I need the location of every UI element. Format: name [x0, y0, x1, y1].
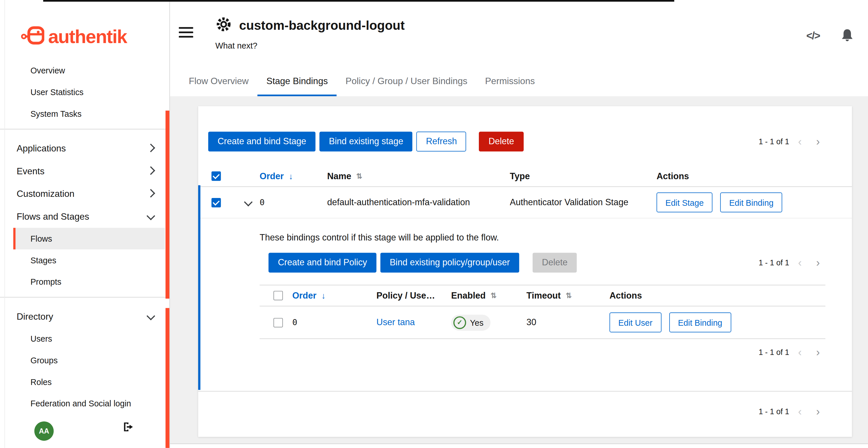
refresh-button[interactable]: Refresh	[416, 132, 466, 151]
sidebar-item-flows[interactable]: Flows	[13, 228, 165, 249]
row-checkbox[interactable]	[212, 198, 221, 207]
tab-stage-bindings[interactable]: Stage Bindings	[257, 67, 337, 96]
check-icon: ✓	[454, 316, 466, 329]
sidebar-group-flows-and-stages[interactable]: Flows and Stages	[0, 205, 169, 228]
page-subtitle: What next?	[215, 41, 404, 50]
authentik-logo[interactable]: authentik	[21, 21, 169, 52]
column-label: Type	[510, 171, 530, 181]
sidebar-item-label: System Tasks	[30, 109, 81, 118]
pagination-prev-button[interactable]: ‹	[793, 406, 807, 417]
edit-stage-button[interactable]: Edit Stage	[656, 193, 713, 212]
logout-button[interactable]	[122, 421, 134, 434]
api-drawer-button[interactable]: </>	[806, 30, 820, 42]
column-label: Timeout	[527, 290, 561, 300]
sidebar-item-user-statistics[interactable]: User Statistics	[0, 81, 169, 103]
sidebar-item-groups[interactable]: Groups	[0, 349, 169, 371]
sort-icon[interactable]: ⇅	[491, 291, 497, 300]
column-header-actions: Actions	[610, 290, 826, 300]
sidebar-item-label: Groups	[30, 355, 58, 365]
column-header-order[interactable]: Order ↓	[292, 290, 376, 300]
column-label: Enabled	[451, 290, 486, 300]
sort-icon[interactable]: ⇅	[566, 291, 572, 300]
pagination-prev-button[interactable]: ‹	[793, 257, 807, 268]
avatar[interactable]: AA	[34, 421, 54, 441]
cell-actions: Edit User Edit Binding	[610, 312, 826, 333]
cell-type: Authenticator Validation Stage	[510, 197, 656, 207]
sidebar-scrollbar-top[interactable]	[165, 111, 169, 299]
sidebar-item-label: Federation and Social login	[30, 399, 131, 408]
sidebar-group-events[interactable]: Events	[0, 160, 169, 182]
sidebar-item-label: Roles	[30, 377, 52, 387]
enabled-badge: ✓ Yes	[451, 314, 491, 331]
create-and-bind-stage-button[interactable]: Create and bind Stage	[208, 132, 315, 151]
sidebar-scrollbar-bottom[interactable]	[165, 308, 169, 448]
tab-policy-group-user-bindings[interactable]: Policy / Group / User Bindings	[337, 67, 476, 96]
sidebar-group-label: Applications	[17, 143, 66, 154]
column-header-policy-user: Policy / User ...	[376, 290, 451, 300]
pagination-next-button[interactable]: ›	[811, 347, 826, 358]
sidebar-divider	[0, 129, 169, 130]
cell-order: 0	[259, 197, 327, 207]
sort-icon[interactable]: ⇅	[356, 172, 362, 180]
sidebar: authentik Overview User Statistics Syste…	[0, 0, 170, 448]
stage-bindings-table-header: Order ↓ Name ⇅ Type Actions	[198, 166, 852, 187]
pagination-prev-button[interactable]: ‹	[793, 347, 807, 358]
column-header-order[interactable]: Order ↓	[259, 171, 327, 181]
sidebar-group-customization[interactable]: Customization	[0, 182, 169, 205]
column-label: Actions	[656, 171, 689, 181]
bind-existing-policy-button[interactable]: Bind existing policy/group/user	[380, 253, 519, 273]
pagination-bottom-wrap: 1 - 1 of 1 ‹ ›	[198, 392, 852, 417]
sidebar-item-users[interactable]: Users	[0, 328, 169, 350]
sidebar-group-directory[interactable]: Directory	[0, 305, 169, 328]
policy-bindings-toolbar: Create and bind Policy Bind existing pol…	[259, 253, 825, 273]
column-header-timeout[interactable]: Timeout ⇅	[527, 290, 610, 300]
delete-button[interactable]: Delete	[479, 132, 524, 151]
column-header-name[interactable]: Name ⇅	[327, 171, 510, 181]
edit-binding-button[interactable]: Edit Binding	[669, 312, 731, 333]
column-label: Order	[292, 290, 316, 300]
column-label: Actions	[610, 290, 642, 300]
inner-pagination-bottom-wrap: 1 - 1 of 1 ‹ ›	[259, 347, 825, 358]
notifications-button[interactable]	[841, 28, 854, 44]
sidebar-footer: AA	[0, 414, 169, 448]
delete-policy-binding-button[interactable]: Delete	[533, 253, 577, 273]
pagination-prev-button[interactable]: ‹	[793, 136, 807, 147]
policy-binding-row: 0 User tana ✓ Yes 30 Edit User Edit Bind…	[259, 306, 825, 339]
sidebar-item-federation[interactable]: Federation and Social login	[0, 392, 169, 414]
bind-existing-stage-button[interactable]: Bind existing stage	[319, 132, 412, 151]
pagination-next-button[interactable]: ›	[811, 136, 826, 147]
sidebar-divider	[0, 297, 169, 298]
menu-toggle-button[interactable]	[179, 27, 194, 39]
row-checkbox[interactable]	[273, 318, 283, 327]
app-viewport: authentik Overview User Statistics Syste…	[0, 0, 868, 448]
window-top-edge	[43, 0, 674, 2]
cell-actions: Edit Stage Edit Binding	[656, 193, 852, 212]
edit-user-button[interactable]: Edit User	[610, 312, 661, 333]
sign-out-icon	[122, 426, 134, 434]
tab-flow-overview[interactable]: Flow Overview	[180, 67, 257, 96]
pagination-next-button[interactable]: ›	[811, 257, 826, 268]
flow-gear-icon	[215, 16, 232, 35]
sidebar-item-overview[interactable]: Overview	[0, 60, 169, 81]
create-and-bind-policy-button[interactable]: Create and bind Policy	[269, 253, 376, 273]
policy-bindings-table-header: Order ↓ Policy / User ... Enabled ⇅ Time…	[259, 285, 825, 306]
sidebar-item-system-tasks[interactable]: System Tasks	[0, 103, 169, 125]
select-all-checkbox[interactable]	[212, 171, 221, 181]
row-expander-button[interactable]	[237, 196, 259, 209]
chevron-right-icon	[146, 189, 155, 197]
column-header-enabled[interactable]: Enabled ⇅	[451, 290, 526, 300]
sidebar-item-roles[interactable]: Roles	[0, 371, 169, 393]
select-all-checkbox[interactable]	[273, 291, 283, 300]
tab-permissions[interactable]: Permissions	[476, 67, 544, 96]
main-area: custom-background-logout What next? </>	[170, 2, 868, 448]
sidebar-item-prompts[interactable]: Prompts	[0, 271, 169, 293]
sidebar-group-label: Events	[17, 166, 44, 176]
edit-binding-button[interactable]: Edit Binding	[720, 193, 782, 212]
sidebar-group-applications[interactable]: Applications	[0, 137, 169, 160]
sidebar-item-stages[interactable]: Stages	[0, 249, 169, 271]
sidebar-item-label: User Statistics	[30, 87, 83, 97]
authentik-logo-text: authentik	[48, 26, 127, 47]
pagination-next-button[interactable]: ›	[811, 406, 826, 417]
policy-user-link[interactable]: User tana	[376, 317, 415, 327]
chevron-right-icon	[146, 143, 155, 152]
